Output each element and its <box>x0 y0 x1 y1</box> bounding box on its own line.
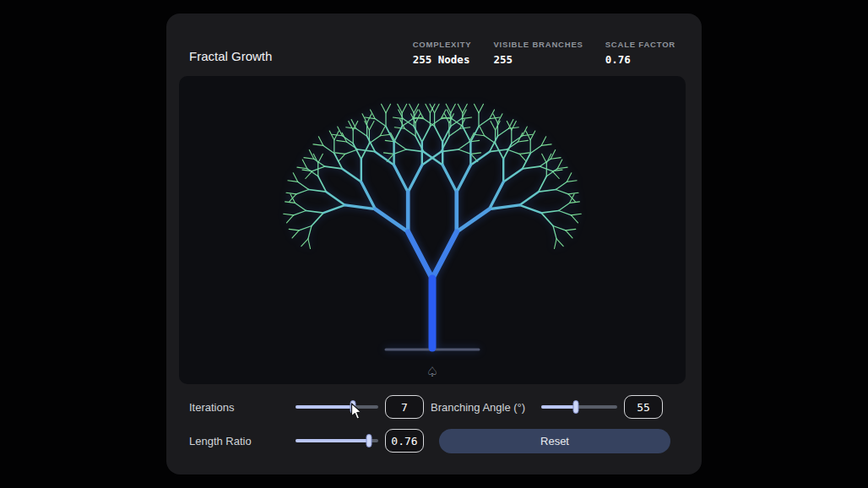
stat-visible-branches: VISIBLE BRANCHES 255 <box>493 40 583 66</box>
stat-scale-factor: SCALE FACTOR 0.76 <box>605 40 675 66</box>
iterations-label: Iterations <box>189 401 296 414</box>
iterations-value-input[interactable]: 7 <box>385 395 424 419</box>
stat-scale-factor-value: 0.76 <box>605 53 675 66</box>
controls-row-2: Length Ratio 0.76 Reset <box>189 428 670 453</box>
length-ratio-value-input[interactable]: 0.76 <box>385 429 424 453</box>
iterations-slider-track[interactable] <box>296 405 378 409</box>
stats-group: COMPLEXITY 255 Nodes VISIBLE BRANCHES 25… <box>413 40 675 66</box>
stat-complexity-label: COMPLEXITY <box>413 40 472 49</box>
page-title: Fractal Growth <box>189 49 272 66</box>
stat-visible-branches-value: 255 <box>493 53 583 66</box>
tree-icon: ♤ <box>179 366 686 379</box>
fractal-canvas: ♤ <box>179 76 686 384</box>
stat-scale-factor-label: SCALE FACTOR <box>605 40 675 49</box>
panel-header: Fractal Growth COMPLEXITY 255 Nodes VISI… <box>166 14 702 76</box>
branching-angle-value-input[interactable]: 55 <box>624 395 663 419</box>
fractal-growth-panel: Fractal Growth COMPLEXITY 255 Nodes VISI… <box>166 14 702 474</box>
stat-complexity-value: 255 Nodes <box>413 53 472 66</box>
length-ratio-slider[interactable] <box>296 433 378 448</box>
length-ratio-slider-thumb[interactable] <box>366 434 372 447</box>
fractal-tree-drawing <box>179 76 686 384</box>
branching-angle-slider-thumb[interactable] <box>572 400 578 414</box>
iterations-slider[interactable] <box>296 399 378 415</box>
stat-complexity: COMPLEXITY 255 Nodes <box>413 40 472 66</box>
stat-visible-branches-label: VISIBLE BRANCHES <box>493 40 583 49</box>
iterations-slider-thumb[interactable] <box>350 400 355 414</box>
reset-button[interactable]: Reset <box>439 429 670 453</box>
branching-angle-label: Branching Angle (°) <box>431 401 541 414</box>
branching-angle-slider-track[interactable] <box>541 405 617 409</box>
controls-row-1: Iterations 7 Branching Angle (°) 55 <box>189 394 670 420</box>
branching-angle-slider[interactable] <box>541 399 617 415</box>
length-ratio-label: Length Ratio <box>189 435 296 447</box>
